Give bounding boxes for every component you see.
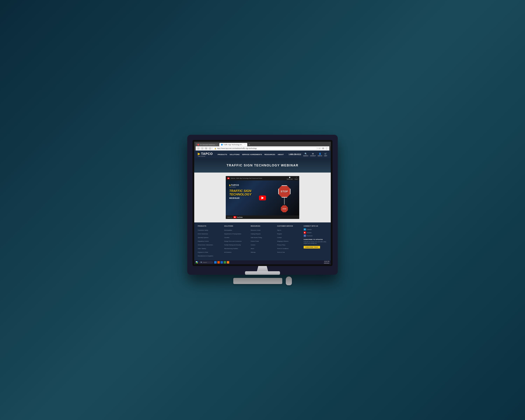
monitor-stand xyxy=(193,266,332,275)
signin-icon-item[interactable]: 👤 SIGN IN xyxy=(318,153,322,157)
video-logo-tagline: Safe travels. xyxy=(229,186,252,187)
list-item[interactable]: All Solutions xyxy=(224,250,248,253)
list-item[interactable]: Safe travels.® Blog xyxy=(251,235,274,239)
monitor-base xyxy=(245,271,280,275)
nav-products[interactable]: PRODUCTS xyxy=(218,154,227,155)
video-thumbnail[interactable]: ▶TAPCO Safe travels. TRAFFIC SIGN TECHNO… xyxy=(226,180,299,215)
reload-button[interactable]: ↻ xyxy=(205,147,207,150)
footer-customer-service: CUSTOMER SERVICE Sign In Register Contac… xyxy=(277,225,301,258)
list-item[interactable]: Terms & Conditions xyxy=(277,247,301,250)
contact-icon-item[interactable]: ✉ CONTACT xyxy=(310,153,316,157)
home-button[interactable]: ⌂ xyxy=(209,147,211,150)
list-item[interactable]: Specialty Systems xyxy=(198,235,221,239)
tab-label-2: Traffic Sign Technology Webinar xyxy=(224,144,244,146)
list-item[interactable]: Contact xyxy=(277,235,301,239)
mouse xyxy=(286,277,292,285)
video-sub-text: WEBINAR xyxy=(229,197,252,199)
list-item[interactable]: Pedestrian Safety xyxy=(198,228,221,231)
youtube-footer-logo[interactable]: YouTube xyxy=(233,216,243,218)
menu-button[interactable]: ⋮ xyxy=(325,147,328,150)
taskbar-icon-3[interactable] xyxy=(221,261,223,263)
nav-resources[interactable]: RESOURCES xyxy=(264,154,275,155)
browser-tabs: On Demand Webinars × Traffic Sign Techno… xyxy=(196,143,329,146)
watch-later-label: Watch later xyxy=(287,178,293,180)
video-top-bar: Webinar: Traffic Sign Technology Past Pr… xyxy=(226,176,299,180)
forward-button[interactable]: › xyxy=(201,147,204,150)
contact-icon: ✉ xyxy=(312,153,314,155)
extensions-button[interactable]: ⚙ xyxy=(322,147,324,150)
main-nav: PRODUCTS SOLUTIONS SERVICE AGREEMENTS RE… xyxy=(218,154,284,155)
facebook-link[interactable]: f Facebook xyxy=(304,234,327,237)
list-item[interactable]: Driver Awareness xyxy=(198,232,221,235)
nav-solutions[interactable]: SOLUTIONS xyxy=(230,154,240,155)
list-item[interactable]: Resource Center xyxy=(251,228,274,231)
taskbar-icon-5[interactable] xyxy=(227,261,229,263)
list-item[interactable]: Catalog Request xyxy=(251,232,274,235)
footer-solutions: SOLUTIONS Municipalities Department of T… xyxy=(224,225,248,258)
nav-service[interactable]: SERVICE AGREEMENTS xyxy=(242,154,262,155)
logo-area[interactable]: ▶TAPCO Safe travels. xyxy=(198,152,213,157)
video-container: Webinar: Traffic Sign Technology Past Pr… xyxy=(226,176,299,219)
back-button[interactable]: ‹ xyxy=(197,147,200,150)
list-item[interactable]: Manufacturing Facilities xyxy=(224,247,248,250)
taskbar-icon-2[interactable] xyxy=(217,261,220,263)
linkedin-label: LinkedIn xyxy=(307,229,312,230)
list-item[interactable]: Engineer to Order xyxy=(198,250,221,253)
linkedin-link[interactable]: in LinkedIn xyxy=(304,228,327,231)
list-item[interactable]: Privacy Policy xyxy=(277,243,301,246)
facebook-label: Facebook xyxy=(307,235,313,237)
video-footer: Watch on YouTube xyxy=(226,215,299,219)
footer-resources: RESOURCES Resource Center Catalog Reques… xyxy=(251,225,274,258)
list-item[interactable]: Shipping & Returns xyxy=(277,239,301,242)
tab-close-2[interactable]: × xyxy=(244,144,245,146)
share-button[interactable]: ↗ Share xyxy=(295,177,298,180)
list-item[interactable]: Terms of Use xyxy=(277,250,301,253)
bookmark-button[interactable]: ☆ xyxy=(318,147,321,150)
subscribe-title: SUBSCRIBE TO UPDATES xyxy=(304,239,327,240)
address-bar[interactable]: 🔒 https://www.tapconet.com/webinar/traff… xyxy=(212,147,317,150)
monitor: On Demand Webinars × Traffic Sign Techno… xyxy=(187,135,338,275)
list-item[interactable]: Counties xyxy=(224,235,248,239)
cart-icon-item[interactable]: 🛒 CART xyxy=(324,153,327,157)
header-icons: 🔍 SEARCH ✉ CONTACT 👤 SIGN IN xyxy=(303,153,327,157)
linkedin-icon: in xyxy=(304,228,306,231)
list-item[interactable]: Partner Portal xyxy=(251,239,274,242)
youtube-link[interactable]: ▶ Youtube xyxy=(304,231,327,234)
list-item[interactable]: Sign In xyxy=(277,228,301,231)
list-item[interactable]: Department of Transportation xyxy=(224,232,248,235)
subscribe-button[interactable]: SUBSCRIBE TODAY xyxy=(304,246,320,249)
lock-icon: 🔒 xyxy=(214,148,216,149)
list-item[interactable]: About xyxy=(251,247,274,250)
hero-section: TRAFFIC SIGN TECHNOLOGY WEBINAR xyxy=(194,158,331,173)
search-icon-item[interactable]: 🔍 SEARCH xyxy=(303,153,308,157)
youtube-logo-small xyxy=(227,177,230,179)
youtube-icon: ▶ xyxy=(304,231,306,234)
list-item[interactable]: Facility Parking and Security xyxy=(224,243,248,246)
taskbar-icon-1[interactable] xyxy=(214,261,217,263)
new-tab-button[interactable]: + xyxy=(248,143,251,146)
taskbar-time: 12:01 PM 4/20/2022 xyxy=(324,261,329,264)
windows-logo xyxy=(196,261,198,263)
taskbar-search[interactable]: 🔍 Search xyxy=(199,261,213,263)
list-item[interactable]: Manufacturers & Suppliers xyxy=(198,254,221,257)
tab-close-1[interactable]: × xyxy=(216,144,217,146)
list-item[interactable]: Sitemap xyxy=(251,250,274,253)
start-button[interactable] xyxy=(196,261,198,263)
nav-about[interactable]: ABOUT xyxy=(278,154,284,155)
browser-chrome: On Demand Webinars × Traffic Sign Techno… xyxy=(194,142,331,150)
list-item[interactable]: Municipalities xyxy=(224,228,248,231)
youtube-text-footer: YouTube xyxy=(237,216,243,218)
list-item[interactable]: Register xyxy=(277,232,301,235)
video-play-button[interactable] xyxy=(259,196,266,200)
browser-tab-2[interactable]: Traffic Sign Technology Webinar × xyxy=(219,143,247,146)
list-item[interactable]: School Zone / Intersection xyxy=(198,243,221,246)
site-header: ▶TAPCO Safe travels. PRODUCTS SOLUTIONS … xyxy=(194,150,331,158)
list-item[interactable]: Careers xyxy=(251,243,274,246)
list-item[interactable]: Regulatory Control xyxy=(198,239,221,242)
site-footer: PRODUCTS Pedestrian Safety Driver Awaren… xyxy=(194,223,331,261)
watch-later-button[interactable]: 🕐 Watch later xyxy=(287,177,293,180)
browser-tab-1[interactable]: On Demand Webinars × xyxy=(196,143,219,146)
list-item[interactable]: Solar / Battery xyxy=(198,247,221,250)
taskbar-icon-4[interactable] xyxy=(224,261,226,263)
list-item[interactable]: Design Firms and Contractors xyxy=(224,239,248,242)
